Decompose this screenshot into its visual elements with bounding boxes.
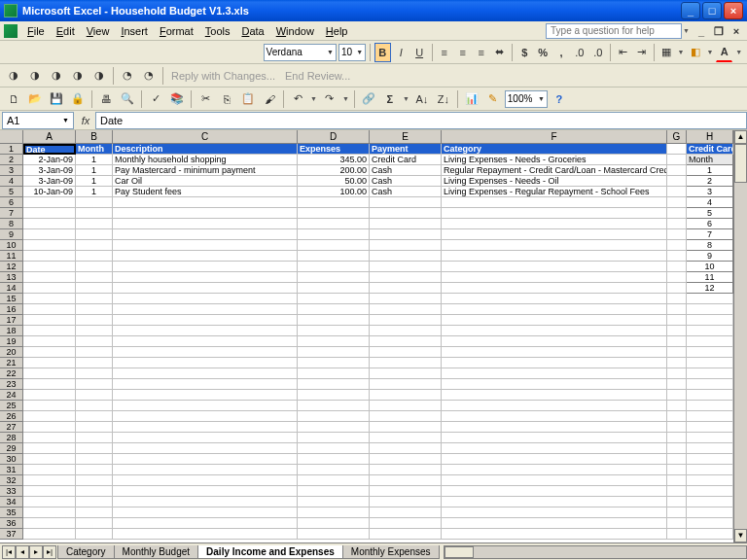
cell-G25[interactable] [667,401,687,411]
cell-E30[interactable] [370,454,442,465]
row-header-27[interactable]: 27 [0,422,23,433]
cell-D21[interactable] [298,358,370,368]
cell-H20[interactable] [687,347,733,358]
cell-H34[interactable] [687,497,733,508]
cell-E32[interactable] [370,475,442,486]
cell-C13[interactable] [113,272,298,283]
col-header-F[interactable]: F [442,130,667,144]
underline-button[interactable]: U [411,43,428,62]
copy-button[interactable]: ⎘ [217,89,236,109]
cell-E20[interactable] [370,347,442,358]
cell-H32[interactable] [687,475,733,486]
row-header-22[interactable]: 22 [0,368,23,379]
cell-D9[interactable] [298,229,370,240]
cell-G14[interactable] [667,283,687,294]
cell-C30[interactable] [113,454,298,465]
cell-C16[interactable] [113,304,298,315]
cell-F9[interactable] [442,229,667,240]
cell-H21[interactable] [687,358,733,368]
row-header-6[interactable]: 6 [0,197,23,208]
cell-B15[interactable] [76,294,113,304]
cell-E1[interactable]: Payment [370,144,442,155]
cell-D3[interactable]: 200.00 [298,165,370,176]
cell-E3[interactable]: Cash [370,165,442,176]
cell-H16[interactable] [687,304,733,315]
cell-H35[interactable] [687,508,733,518]
row-header-5[interactable]: 5 [0,187,23,197]
cell-B30[interactable] [76,454,113,465]
borders-button[interactable]: ▦ [658,43,675,62]
cell-C31[interactable] [113,465,298,475]
cell-F30[interactable] [442,454,667,465]
cell-F15[interactable] [442,294,667,304]
cell-A7[interactable] [23,208,76,219]
cell-B10[interactable] [76,240,113,251]
cell-F26[interactable] [442,411,667,422]
cell-G7[interactable] [667,208,687,219]
cell-G3[interactable] [667,165,687,176]
cell-G1[interactable] [667,144,687,155]
sort-desc-button[interactable]: Z↓ [434,89,453,109]
cell-D22[interactable] [298,368,370,379]
cell-H15[interactable] [687,294,733,304]
cell-D18[interactable] [298,326,370,336]
row-header-20[interactable]: 20 [0,347,23,358]
cell-E31[interactable] [370,465,442,475]
row-header-8[interactable]: 8 [0,219,23,229]
new-button[interactable]: 🗋 [4,89,23,109]
cell-A6[interactable] [23,197,76,208]
cell-B6[interactable] [76,197,113,208]
decrease-indent-button[interactable]: ⇤ [615,43,631,62]
cell-B36[interactable] [76,518,113,529]
cell-C35[interactable] [113,508,298,518]
cell-A27[interactable] [23,422,76,433]
paste-button[interactable]: 📋 [238,89,258,109]
cell-F21[interactable] [442,358,667,368]
cell-C5[interactable]: Pay Student fees [113,187,298,197]
row-header-11[interactable]: 11 [0,251,23,262]
cell-H17[interactable] [687,315,733,326]
format-painter-button[interactable]: 🖌 [260,89,279,109]
cell-A11[interactable] [23,251,76,262]
workbook-close-button[interactable]: × [729,24,743,38]
cell-H6[interactable]: 4 [687,197,733,208]
cell-B33[interactable] [76,486,113,497]
tab-nav-last[interactable]: ▸| [43,545,56,559]
cell-A29[interactable] [23,443,76,454]
cell-A19[interactable] [23,336,76,347]
cell-H19[interactable] [687,336,733,347]
cell-C12[interactable] [113,262,298,272]
col-header-C[interactable]: C [113,130,298,144]
name-box[interactable]: A1▼ [2,112,74,129]
formula-input[interactable] [95,112,747,129]
cell-G34[interactable] [667,497,687,508]
cell-B3[interactable]: 1 [76,165,113,176]
cell-D33[interactable] [298,486,370,497]
cell-F11[interactable] [442,251,667,262]
cell-D2[interactable]: 345.00 [298,155,370,165]
cell-H28[interactable] [687,433,733,443]
cell-B1[interactable]: Month [76,144,113,155]
scroll-up-button[interactable]: ▲ [734,130,747,144]
cell-A33[interactable] [23,486,76,497]
cell-B8[interactable] [76,219,113,229]
cell-D5[interactable]: 100.00 [298,187,370,197]
cell-H4[interactable]: 2 [687,176,733,187]
cell-E37[interactable] [370,529,442,540]
align-left-button[interactable]: ≡ [436,43,452,62]
row-header-34[interactable]: 34 [0,497,23,508]
row-header-19[interactable]: 19 [0,336,23,347]
cell-C17[interactable] [113,315,298,326]
cell-F8[interactable] [442,219,667,229]
font-size-selector[interactable]: 10▼ [338,44,366,61]
italic-button[interactable]: I [393,43,409,62]
cell-C21[interactable] [113,358,298,368]
cell-D7[interactable] [298,208,370,219]
cell-B16[interactable] [76,304,113,315]
cell-A32[interactable] [23,475,76,486]
cell-A3[interactable]: 3-Jan-09 [23,165,76,176]
cell-G5[interactable] [667,187,687,197]
cell-G8[interactable] [667,219,687,229]
col-header-G[interactable]: G [667,130,687,144]
col-header-A[interactable]: A [23,130,76,144]
